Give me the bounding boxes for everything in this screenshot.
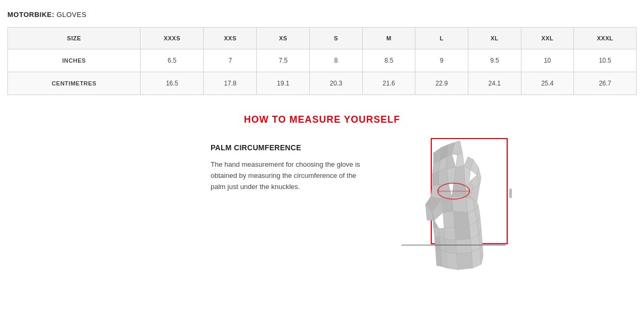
table-cell: 26.7 (574, 72, 637, 95)
measurement-indicator (509, 189, 512, 198)
table-header-row: SIZEXXXSXXSXSSMLXLXXLXXXL (8, 28, 637, 49)
table-cell: 25.4 (521, 72, 574, 95)
svg-marker-37 (444, 227, 456, 240)
title-bold: MOTORBIKE: (7, 11, 55, 19)
hand-container (391, 138, 508, 292)
measure-subtitle: PALM CIRCUMFERENCE (211, 143, 370, 152)
table-cell: 9 (415, 49, 468, 72)
table-body: INCHES6.577.588.599.51010.5CENTIMETRES16… (8, 49, 637, 95)
table-header-cell: XXXL (574, 28, 637, 49)
table-row-label: CENTIMETRES (8, 72, 141, 95)
svg-marker-49 (446, 252, 458, 270)
table-header-cell: XL (468, 28, 521, 49)
measure-content: PALM CIRCUMFERENCE The hand measurement … (7, 138, 637, 292)
table-cell: 7 (204, 49, 257, 72)
table-cell: 10 (521, 49, 574, 72)
how-to-section: HOW TO MEASURE YOURSELF PALM CIRCUMFEREN… (7, 114, 637, 292)
table-cell: 7.5 (257, 49, 310, 72)
svg-marker-51 (472, 249, 481, 268)
measure-text: PALM CIRCUMFERENCE The hand measurement … (115, 138, 370, 192)
table-header: SIZEXXXSXXSXSSMLXLXXLXXXL (8, 28, 637, 49)
table-row-label: INCHES (8, 49, 141, 72)
table-header-cell: XXXS (141, 28, 204, 49)
measure-image (370, 138, 529, 292)
table-header-cell: S (310, 28, 363, 49)
svg-marker-43 (445, 239, 457, 254)
table-header-cell: XXS (204, 28, 257, 49)
table-cell: 8.5 (362, 49, 415, 72)
table-cell: 8 (310, 49, 363, 72)
svg-marker-14 (439, 169, 448, 185)
table-cell: 16.5 (141, 72, 204, 95)
svg-marker-50 (457, 252, 473, 270)
table-cell: 22.9 (415, 72, 468, 95)
svg-marker-44 (456, 239, 472, 254)
table-cell: 6.5 (141, 49, 204, 72)
hand-illustration (391, 138, 508, 292)
table-cell: 20.3 (310, 72, 363, 95)
svg-marker-3 (447, 154, 456, 169)
table-cell: 24.1 (468, 72, 521, 95)
page-title: MOTORBIKE: GLOVES (7, 11, 637, 19)
measurement-baseline (402, 245, 506, 245)
table-cell: 10.5 (574, 49, 637, 72)
table-header-cell: M (362, 28, 415, 49)
table-row: CENTIMETRES16.517.819.120.321.622.924.12… (8, 72, 637, 95)
table-row: INCHES6.577.588.599.51010.5 (8, 49, 637, 72)
table-header-cell: XXL (521, 28, 574, 49)
measure-description: The hand measurement for choosing the gl… (211, 159, 370, 192)
title-thin: GLOVES (55, 11, 87, 19)
table-header-cell: SIZE (8, 28, 141, 49)
size-table: SIZEXXXSXXSXSSMLXLXXLXXXL INCHES6.577.58… (7, 27, 637, 95)
table-header-cell: L (415, 28, 468, 49)
table-cell: 17.8 (204, 72, 257, 95)
table-cell: 19.1 (257, 72, 310, 95)
svg-marker-31 (454, 211, 469, 227)
page-wrapper: MOTORBIKE: GLOVES SIZEXXXSXXSXSSMLXLXXLX… (0, 0, 644, 303)
table-header-cell: XS (257, 28, 310, 49)
svg-marker-38 (455, 226, 471, 240)
table-cell: 9.5 (468, 49, 521, 72)
how-to-title: HOW TO MEASURE YOURSELF (244, 114, 400, 125)
svg-marker-30 (443, 211, 455, 228)
table-cell: 21.6 (362, 72, 415, 95)
